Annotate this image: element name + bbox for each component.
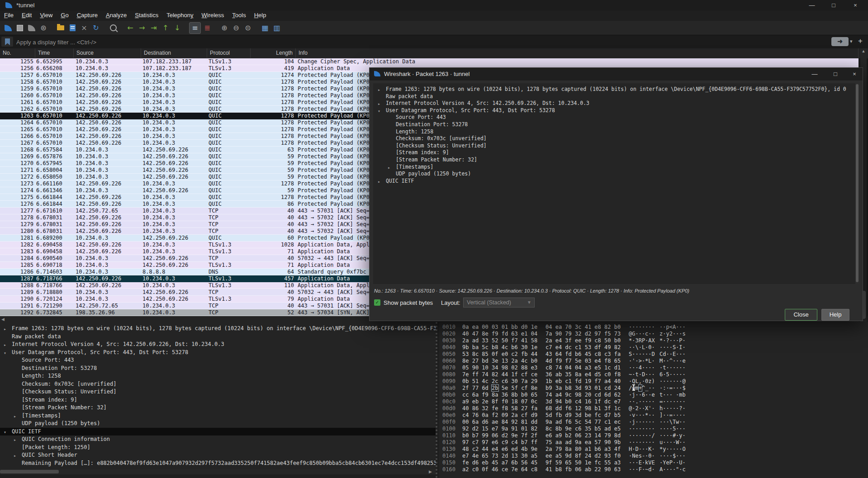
hex-row-00c0[interactable]: 00c0a9 eb 2e 8f f0 18 07 0c3d 94 b0 c4 1…: [439, 398, 868, 405]
apply-filter-button[interactable]: ➜: [831, 37, 849, 46]
zoom-in-icon[interactable]: ⊕: [219, 23, 230, 33]
tree-row[interactable]: Remaining Payload […]: e882b040478ef9fd6…: [0, 459, 436, 468]
hex-row-0140[interactable]: 0140e7 4e 65 73 2d 13 30 a5ee a5 9d 8f 2…: [439, 453, 868, 459]
restart-capture-icon[interactable]: [26, 23, 37, 33]
zoom-out-icon[interactable]: ⊖: [231, 23, 242, 33]
hex-row-00d0[interactable]: 00d040 86 32 fe f8 58 27 fa68 dd f6 12 9…: [439, 405, 868, 412]
tree-row[interactable]: ▸Frame 1263: 1278 bytes on wire (10224 b…: [373, 86, 859, 93]
expand-arrow-icon[interactable]: ▸: [378, 100, 380, 108]
menu-file[interactable]: File: [0, 11, 18, 19]
expand-arrow-icon[interactable]: ▸: [14, 436, 16, 444]
expand-arrow-icon[interactable]: ▸: [378, 178, 380, 185]
tree-row[interactable]: Destination Port: 53278: [373, 121, 859, 128]
column-header-protocol[interactable]: Protocol: [207, 48, 251, 58]
tree-row[interactable]: [Stream index: 9]: [373, 149, 859, 156]
collapse-arrow-icon[interactable]: ▾: [4, 428, 6, 436]
close-file-icon[interactable]: ×: [79, 23, 90, 33]
capture-options-icon[interactable]: ⊛: [38, 23, 49, 33]
tree-row[interactable]: ▾QUIC IETF: [0, 428, 436, 436]
find-packet-icon[interactable]: [108, 23, 119, 33]
menu-go[interactable]: Go: [57, 11, 72, 19]
expand-arrow-icon[interactable]: ▸: [4, 325, 6, 333]
maximize-button[interactable]: □: [823, 0, 844, 11]
layout-select[interactable]: Vertical (Stacked) ▼: [463, 298, 535, 308]
menu-help[interactable]: Help: [250, 11, 270, 19]
tree-row[interactable]: [Stream index: 9]: [0, 396, 436, 404]
tree-row[interactable]: UDP payload (1250 bytes): [373, 170, 859, 178]
menu-view[interactable]: View: [36, 11, 57, 19]
scroll-up-icon[interactable]: ▲: [860, 49, 867, 53]
hex-row-0150[interactable]: 0150fe d6 eb 45 a7 6b 56 459f 59 65 50 1…: [439, 459, 868, 466]
tree-row[interactable]: ▾User Datagram Protocol, Src Port: 443, …: [0, 349, 436, 357]
hex-row-0110[interactable]: 0110b0 b7 99 06 d2 9e 7f 2fe6 a9 b2 06 2…: [439, 432, 868, 439]
menu-analyze[interactable]: Analyze: [102, 11, 131, 19]
hex-row-0050[interactable]: 005053 8c 85 0f e0 c2 fb 4443 64 fd b6 4…: [439, 351, 868, 358]
hex-row-00a0[interactable]: 00a02f 77 6d 2b 5e 5f cf 8eb9 3a b8 3d 9…: [439, 385, 868, 392]
tree-row[interactable]: ▸QUIC IETF: [373, 178, 859, 185]
dialog-minimize-button[interactable]: —: [806, 69, 823, 80]
start-capture-icon[interactable]: [3, 23, 14, 33]
column-header-destination[interactable]: Destination: [141, 48, 207, 58]
tree-row[interactable]: Raw packet data: [373, 93, 859, 100]
tree-row[interactable]: Checksum: 0x703c [unverified]: [0, 380, 436, 388]
hex-row-0090[interactable]: 00900b 51 4c 2c c6 30 7a 291b eb c1 fd 1…: [439, 378, 868, 385]
hscroll-thumb[interactable]: [0, 470, 59, 473]
tree-row[interactable]: ▸[Timestamps]: [373, 164, 859, 171]
tree-row[interactable]: Raw packet data: [0, 333, 436, 341]
hex-row-0160[interactable]: 0160a2 c0 0f 46 ce 7e 64 c841 b8 fb 06 a…: [439, 466, 868, 473]
menu-tools[interactable]: Tools: [228, 11, 250, 19]
expand-arrow-icon[interactable]: ▸: [378, 86, 380, 94]
menu-capture[interactable]: Capture: [73, 11, 102, 19]
dialog-close-button[interactable]: ×: [846, 69, 863, 80]
tree-row[interactable]: ▸Internet Protocol Version 4, Src: 142.2…: [0, 341, 436, 349]
show-packet-bytes-checkbox[interactable]: ✓: [374, 299, 380, 306]
zoom-reset-icon[interactable]: ⊜: [242, 23, 253, 33]
tree-row[interactable]: UDP payload (1250 bytes): [0, 420, 436, 428]
filter-bookmark-button[interactable]: [1, 37, 13, 47]
open-file-icon[interactable]: [55, 23, 66, 33]
hex-row-0100[interactable]: 010092 d2 15 e7 9a 91 01 828c 8b 9e c6 3…: [439, 426, 868, 432]
tree-row[interactable]: ▸QUIC Connection information: [0, 435, 436, 444]
column-header-no[interactable]: No.: [0, 48, 35, 58]
tree-row[interactable]: [Stream Packet Number: 32]: [0, 404, 436, 412]
go-bottom-icon[interactable]: ↓: [172, 23, 183, 33]
tree-row[interactable]: Length: 1258: [0, 372, 436, 380]
scroll-left-icon[interactable]: ◀: [1, 317, 5, 322]
hex-row-0040[interactable]: 00409b ba 5c b8 4c b6 30 1ec7 e4 dc c1 5…: [439, 344, 868, 351]
column-header-info[interactable]: Info: [296, 48, 859, 58]
tree-row[interactable]: Checksum: 0x703c [unverified]: [373, 135, 859, 142]
dialog-maximize-button[interactable]: □: [827, 69, 844, 80]
dialog-help-button[interactable]: Help: [821, 309, 849, 321]
collapse-arrow-icon[interactable]: ▾: [378, 108, 380, 115]
hex-row-00b0[interactable]: 00b0cc 6a f9 8a 36 8b b0 6574 a4 9c 98 2…: [439, 392, 868, 398]
display-filter-input[interactable]: [15, 37, 818, 47]
tree-row[interactable]: Source Port: 443: [0, 356, 436, 364]
menu-edit[interactable]: Edit: [18, 11, 36, 19]
save-file-icon[interactable]: [67, 23, 78, 33]
go-top-icon[interactable]: ↑: [160, 23, 171, 33]
tree-row[interactable]: [Checksum Status: Unverified]: [373, 142, 859, 150]
menu-statistics[interactable]: Statistics: [131, 11, 162, 19]
detail-hscrollbar[interactable]: ▶: [0, 469, 436, 474]
tree-row[interactable]: Length: 1258: [373, 128, 859, 136]
tree-row[interactable]: [Packet Length: 1250]: [0, 444, 436, 452]
column-header-time[interactable]: Time: [35, 48, 74, 58]
expand-arrow-icon[interactable]: ▸: [14, 452, 16, 460]
tree-row[interactable]: ▸Frame 1263: 1278 bytes on wire (10224 b…: [0, 325, 436, 333]
tree-row[interactable]: Source Port: 443: [373, 114, 859, 121]
expand-arrow-icon[interactable]: ▸: [4, 341, 6, 349]
packet-row-1255[interactable]: 12556.65299510.234.0.3107.182.233.187TLS…: [0, 58, 859, 65]
tree-row[interactable]: Destination Port: 53278: [0, 364, 436, 373]
hex-row-0060[interactable]: 00608e 27 bd 3e 13 2a 4c b04d f9 f7 5e 0…: [439, 358, 868, 364]
stop-capture-icon[interactable]: [14, 23, 25, 33]
hex-row-0120[interactable]: 012097 c7 97 e6 c9 c4 b7 ff75 aa ad 9a e…: [439, 439, 868, 446]
minimize-button[interactable]: —: [802, 0, 822, 11]
tree-row[interactable]: [Stream Packet Number: 32]: [373, 156, 859, 164]
tree-row[interactable]: [Checksum Status: Unverified]: [0, 388, 436, 396]
go-forward-icon[interactable]: →: [137, 23, 147, 33]
scroll-right-icon[interactable]: ▶: [429, 469, 432, 474]
tree-row[interactable]: ▸QUIC Short Header: [0, 451, 436, 459]
column-header-length[interactable]: Length: [251, 48, 296, 58]
dialog-close-action-button[interactable]: Close: [785, 309, 817, 321]
hex-row-00f0[interactable]: 00f000 6a d6 ae 84 92 81 dd9a ad f6 5c 5…: [439, 419, 868, 426]
